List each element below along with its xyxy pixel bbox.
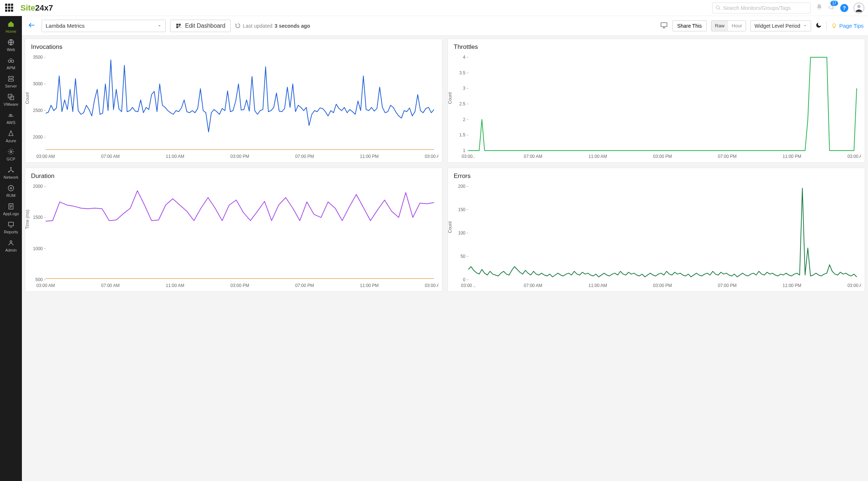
- home-icon: [7, 20, 15, 28]
- svg-text:2000: 2000: [33, 184, 43, 189]
- chart-errors[interactable]: Count 05010015020003:00 ..07:00 AM11:00 …: [452, 182, 861, 291]
- edit-dashboard-button[interactable]: + Edit Dashboard: [170, 20, 231, 32]
- dashboard-name: Lambda Metrics: [46, 23, 85, 29]
- svg-text:03:00..: 03:00..: [462, 154, 475, 159]
- search-input-wrap[interactable]: [712, 3, 811, 13]
- back-arrow-icon[interactable]: [26, 20, 37, 32]
- sidebar-item-label: RUM: [6, 193, 15, 198]
- svg-point-17: [10, 241, 12, 243]
- aws-icon: [7, 112, 15, 119]
- toggle-hour[interactable]: Hour: [728, 21, 746, 31]
- chevron-down-icon: [157, 24, 162, 28]
- svg-rect-7: [8, 79, 13, 81]
- bell-icon[interactable]: [816, 4, 823, 12]
- svg-text:07:00 PM: 07:00 PM: [718, 283, 737, 288]
- sidebar-item-label: Reports: [4, 230, 18, 234]
- edit-dashboard-label: Edit Dashboard: [185, 23, 225, 29]
- sidebar-item-rum[interactable]: RUM: [0, 182, 22, 200]
- svg-text:03:00 PM: 03:00 PM: [653, 154, 672, 159]
- sidebar-item-server[interactable]: Server: [0, 72, 22, 90]
- period-select[interactable]: Widget Level Period: [750, 20, 811, 31]
- toolbar: Lambda Metrics + Edit Dashboard Last upd…: [22, 16, 868, 36]
- y-axis-label: Count: [448, 221, 453, 233]
- svg-text:11:00 PM: 11:00 PM: [783, 154, 801, 159]
- sidebar-item-applogs[interactable]: AppLogs: [0, 200, 22, 218]
- svg-text:1000: 1000: [33, 246, 43, 251]
- sidebar-item-label: Home: [5, 29, 16, 34]
- svg-text:11:00 AM: 11:00 AM: [166, 283, 184, 288]
- svg-text:03:00 PM: 03:00 PM: [230, 154, 249, 159]
- share-button[interactable]: Share This: [672, 20, 706, 31]
- admin-icon: [7, 239, 15, 247]
- y-axis-label: Count: [25, 92, 30, 104]
- svg-point-4: [8, 60, 11, 62]
- svg-text:11:00 PM: 11:00 PM: [360, 283, 379, 288]
- dark-mode-icon[interactable]: [815, 22, 822, 30]
- top-header: Site24x7 17 ?: [0, 0, 868, 16]
- svg-text:3500: 3500: [33, 55, 43, 60]
- svg-text:500: 500: [35, 277, 43, 282]
- svg-text:07:00 AM: 07:00 AM: [524, 283, 542, 288]
- sidebar-item-home[interactable]: Home: [0, 18, 22, 36]
- svg-text:11:00 PM: 11:00 PM: [783, 283, 801, 288]
- apps-grid-icon[interactable]: [5, 4, 14, 12]
- svg-text:03:00 AM: 03:00 AM: [848, 283, 861, 288]
- globe-icon: [7, 39, 15, 46]
- sidebar-item-reports[interactable]: Reports: [0, 218, 22, 236]
- svg-text:2500: 2500: [33, 108, 43, 113]
- tv-mode-icon[interactable]: [660, 22, 668, 30]
- chart-throttles[interactable]: Count 11.522.533.5403:00..07:00 AM11:00 …: [452, 53, 861, 162]
- svg-text:03:00 AM: 03:00 AM: [37, 283, 55, 288]
- card-throttles: Throttles Count 11.522.533.5403:00..07:0…: [448, 39, 865, 163]
- sidebar-item-label: Web: [7, 47, 15, 52]
- svg-text:03:00 PM: 03:00 PM: [653, 283, 672, 288]
- toggle-raw[interactable]: Raw: [711, 21, 728, 31]
- sidebar-item-label: Admin: [5, 248, 16, 252]
- logo[interactable]: Site24x7: [20, 3, 53, 13]
- svg-text:03:00 AM: 03:00 AM: [848, 154, 861, 159]
- sidebar-item-azure[interactable]: Azure: [0, 127, 22, 145]
- chart-invocations[interactable]: Count 200025003000350003:00 AM07:00 AM11…: [29, 53, 438, 162]
- svg-text:3.5: 3.5: [459, 70, 465, 75]
- svg-text:+: +: [180, 26, 181, 29]
- chart-duration[interactable]: Time (ms) 50010001500200003:00 AM07:00 A…: [29, 182, 438, 291]
- bulb-icon: [831, 23, 837, 29]
- svg-rect-16: [8, 222, 13, 226]
- svg-text:2: 2: [463, 117, 465, 122]
- period-label: Widget Level Period: [754, 23, 800, 29]
- sidebar-item-aws[interactable]: AWS: [0, 109, 22, 127]
- sidebar-item-web[interactable]: Web: [0, 36, 22, 54]
- search-input[interactable]: [723, 5, 807, 11]
- y-axis-label: Time (ms): [25, 210, 30, 229]
- divider: [826, 22, 827, 30]
- svg-text:200: 200: [458, 184, 465, 189]
- sidebar-item-network[interactable]: Network: [0, 163, 22, 182]
- sidebar-item-admin[interactable]: Admin: [0, 236, 22, 255]
- svg-text:1: 1: [463, 148, 465, 153]
- sidebar-item-apm[interactable]: APM: [0, 54, 22, 72]
- svg-text:11:00 AM: 11:00 AM: [588, 154, 607, 159]
- svg-rect-19: [176, 24, 178, 26]
- svg-text:03:00 AM: 03:00 AM: [425, 283, 438, 288]
- svg-text:03:00 PM: 03:00 PM: [230, 283, 249, 288]
- reports-icon: [7, 221, 15, 228]
- refresh-icon[interactable]: [235, 23, 241, 28]
- page-tips-link[interactable]: Page Tips: [831, 23, 864, 29]
- svg-text:0: 0: [463, 277, 465, 282]
- user-avatar[interactable]: [853, 3, 864, 13]
- svg-text:03:00 AM: 03:00 AM: [37, 154, 55, 159]
- sidebar-item-gcp[interactable]: GCP: [0, 145, 22, 163]
- card-title: Throttles: [454, 43, 861, 51]
- gcp-icon: [7, 148, 15, 155]
- card-title: Invocations: [31, 43, 438, 51]
- help-icon[interactable]: ?: [840, 4, 848, 12]
- svg-point-11: [10, 167, 11, 168]
- dashboard-edit-icon: +: [176, 23, 181, 29]
- announcement-icon[interactable]: 17: [828, 4, 835, 12]
- azure-icon: [7, 130, 15, 137]
- y-axis-label: Count: [448, 92, 453, 104]
- sidebar-item-vmware[interactable]: VMware: [0, 90, 22, 109]
- search-icon: [715, 5, 721, 11]
- svg-text:50: 50: [461, 254, 466, 259]
- dashboard-select[interactable]: Lambda Metrics: [42, 20, 166, 32]
